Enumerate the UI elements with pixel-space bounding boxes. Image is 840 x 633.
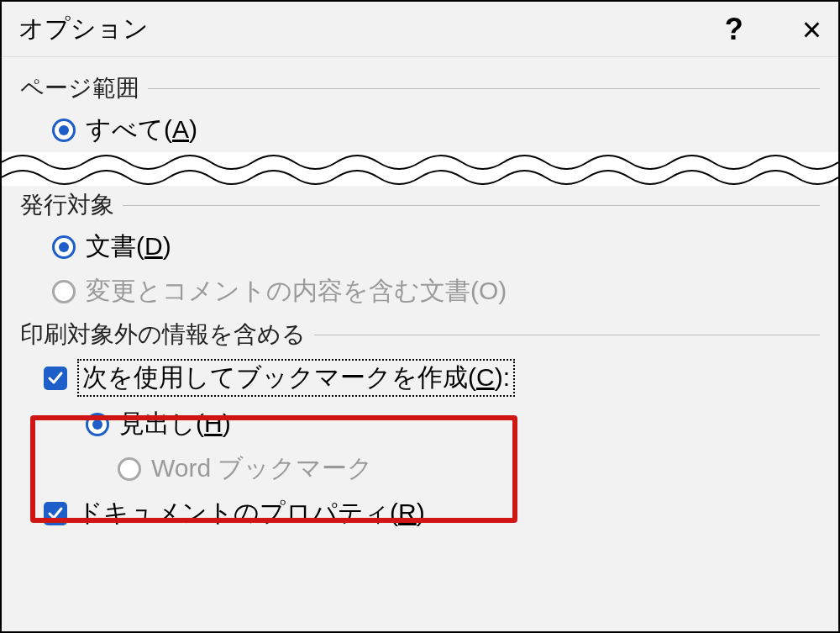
options-dialog: オプション ? × ページ範囲 すべて(A) 発行対象: [0, 0, 840, 633]
radio-markup-label: 変更とコメントの内容を含む文書(O): [86, 274, 507, 309]
checkbox-bookmarks-row[interactable]: 次を使用してブックマークを作成(C):: [2, 354, 838, 402]
help-button[interactable]: ?: [725, 12, 743, 47]
radio-icon: [86, 413, 109, 436]
section-label-nonprint: 印刷対象外の情報を含める: [20, 319, 306, 351]
radio-document-label: 文書(D): [86, 229, 171, 264]
radio-headings-row[interactable]: 見出し(H): [2, 402, 838, 446]
section-label-page-range: ページ範囲: [20, 72, 139, 104]
divider: [123, 205, 820, 206]
checkbox-icon: [44, 502, 67, 525]
section-publish-target: 発行対象: [2, 186, 838, 224]
radio-headings-label: 見出し(H): [119, 407, 231, 441]
radio-markup-row: 変更とコメントの内容を含む文書(O): [2, 269, 838, 314]
radio-word-bookmarks-row: Word ブックマーク: [2, 446, 838, 491]
radio-icon: [118, 457, 141, 481]
checkbox-docprops-label: ドキュメントのプロパティ(R): [77, 496, 425, 530]
section-page-range: ページ範囲: [2, 57, 838, 108]
close-button[interactable]: ×: [802, 13, 822, 46]
truncation-indicator: [2, 152, 838, 186]
section-nonprint: 印刷対象外の情報を含める: [2, 314, 838, 354]
section-label-publish: 発行対象: [20, 189, 114, 221]
divider: [314, 335, 820, 335]
dialog-title: オプション: [18, 12, 149, 46]
checkbox-bookmarks-label: 次を使用してブックマークを作成(C):: [77, 359, 515, 397]
checkbox-icon: [44, 367, 67, 390]
radio-icon: [52, 119, 76, 142]
radio-word-bookmarks-label: Word ブックマーク: [151, 451, 373, 486]
radio-icon: [52, 280, 76, 303]
radio-all-label: すべて(A): [86, 113, 197, 147]
titlebar: オプション ? ×: [2, 2, 838, 57]
radio-document-row[interactable]: 文書(D): [2, 224, 838, 269]
divider: [148, 88, 820, 89]
radio-icon: [52, 235, 76, 259]
checkbox-docprops-row[interactable]: ドキュメントのプロパティ(R): [2, 491, 838, 535]
radio-all-row[interactable]: すべて(A): [2, 108, 838, 152]
